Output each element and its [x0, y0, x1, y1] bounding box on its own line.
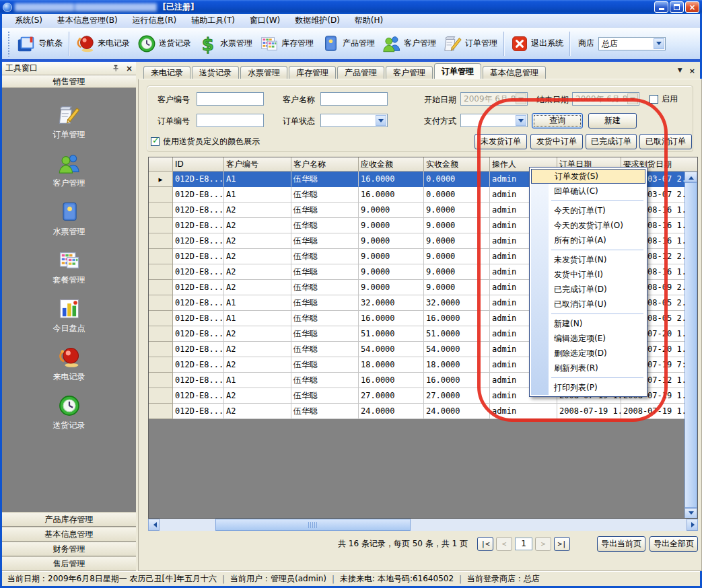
row-selector-cell[interactable] — [149, 342, 173, 357]
sidebar-item-today-inventory[interactable]: 今日盘点 — [2, 291, 136, 340]
customer-name-input[interactable] — [320, 92, 388, 106]
sidebar-section-after-sales[interactable]: 售后管理 — [2, 556, 136, 571]
sidebar-item-delivery-records[interactable]: 送货记录 — [2, 388, 136, 437]
scroll-up-icon[interactable] — [685, 172, 697, 182]
row-selector-cell[interactable] — [149, 264, 173, 280]
toolbar-exit-button[interactable]: 退出系统 — [507, 32, 567, 55]
menu-help[interactable]: 帮助(H) — [347, 13, 390, 28]
col-header-selector[interactable] — [149, 157, 173, 172]
shop-select[interactable]: 总店 — [598, 37, 666, 50]
tab-water-ticket[interactable]: 水票管理 — [240, 66, 287, 79]
tab-customer[interactable]: 客户管理 — [386, 66, 433, 79]
order-no-input[interactable] — [197, 114, 264, 127]
col-header-receivable[interactable]: 应收金额 — [359, 157, 424, 172]
context-menu-item[interactable]: 刷新列表(R) — [531, 361, 645, 375]
query-button[interactable]: 查询 — [532, 113, 583, 128]
enable-checkbox[interactable] — [650, 95, 658, 104]
col-header-id[interactable]: ID — [173, 157, 224, 172]
sidebar-item-water-ticket-mgmt[interactable]: 水票管理 — [2, 194, 136, 243]
tab-basic-info[interactable]: 基本信息管理 — [483, 66, 546, 79]
toolbar-delivery-records-button[interactable]: 送货记录 — [133, 32, 195, 56]
toolbar-gripper[interactable] — [7, 31, 10, 57]
row-selector-cell[interactable] — [149, 326, 173, 342]
chevron-down-icon[interactable] — [654, 38, 664, 49]
chevron-down-icon[interactable] — [516, 115, 526, 126]
order-status-select[interactable] — [320, 114, 388, 127]
col-header-received[interactable]: 实收金额 — [424, 157, 490, 172]
row-selector-cell[interactable] — [149, 203, 173, 218]
toolbar-water-ticket-button[interactable]: 水票管理 — [195, 32, 256, 56]
completed-orders-button[interactable]: 已完成订单 — [586, 134, 637, 149]
prev-page-button[interactable]: < — [496, 537, 512, 551]
row-selector-cell[interactable] — [149, 218, 173, 233]
menu-window[interactable]: 窗口(W) — [242, 13, 287, 28]
context-menu-item[interactable]: 已完成订单(D) — [531, 282, 645, 297]
menu-run-info[interactable]: 运行信息(R) — [125, 13, 184, 28]
sidebar-section-basic-info[interactable]: 基本信息管理 — [2, 527, 136, 542]
last-page-button[interactable]: >| — [554, 537, 570, 551]
scroll-down-icon[interactable] — [685, 508, 697, 519]
sidebar-section-product-inventory[interactable]: 产品库存管理 — [2, 512, 136, 527]
table-vertical-scrollbar[interactable] — [685, 172, 697, 519]
col-header-customer-name[interactable]: 客户名称 — [291, 157, 359, 172]
toolbar-order-button[interactable]: 订单管理 — [440, 32, 501, 56]
toolbar-navigator-button[interactable]: 导航条 — [13, 32, 66, 56]
context-menu-item[interactable]: 所有的订单(A) — [531, 233, 645, 248]
scroll-left-icon[interactable] — [148, 519, 160, 531]
export-all-pages-button[interactable]: 导出全部页 — [650, 536, 698, 552]
export-current-page-button[interactable]: 导出当前页 — [597, 536, 645, 552]
toolbar-customer-button[interactable]: 客户管理 — [378, 32, 440, 56]
tab-list-caret-icon[interactable]: ▼ — [678, 67, 682, 75]
tab-delivery-records[interactable]: 送货记录 — [192, 66, 239, 79]
sidebar-item-call-records[interactable]: 来电记录 — [2, 340, 136, 388]
menu-system[interactable]: 系统(S) — [7, 13, 50, 28]
context-menu-item[interactable]: 今天的发货订单(O) — [531, 218, 645, 233]
row-selector-cell[interactable] — [149, 249, 173, 264]
row-selector-cell[interactable] — [149, 311, 173, 326]
menu-data-maintenance[interactable]: 数据维护(D) — [287, 13, 347, 28]
page-number-input[interactable] — [515, 538, 532, 550]
tab-close-icon[interactable]: × — [689, 67, 695, 75]
row-selector-cell[interactable] — [149, 187, 173, 203]
context-menu-item[interactable]: 打印列表(P) — [531, 380, 645, 395]
customer-no-input[interactable] — [197, 92, 264, 106]
tab-inventory[interactable]: 库存管理 — [289, 66, 336, 79]
context-menu-item[interactable]: 回单确认(C) — [531, 184, 645, 198]
shipping-orders-button[interactable]: 发货中订单 — [530, 134, 583, 149]
tab-call-records[interactable]: 来电记录 — [143, 66, 190, 79]
end-date-picker[interactable]: 2009年 6月 8日 — [572, 92, 639, 106]
unshipped-orders-button[interactable]: 未发货订单 — [475, 134, 527, 149]
col-header-customer-no[interactable]: 客户编号 — [224, 157, 291, 172]
pin-icon[interactable] — [111, 64, 120, 73]
toolbar-call-records-button[interactable]: 来电记录 — [72, 32, 133, 56]
table-horizontal-scrollbar[interactable] — [148, 519, 698, 531]
context-menu-item[interactable]: 未发货订单(N) — [531, 252, 645, 267]
color-display-checkbox[interactable]: ✓ — [151, 137, 160, 146]
row-selector-cell[interactable] — [149, 357, 173, 373]
context-menu-item[interactable]: 订单发货(S) — [531, 169, 645, 184]
payment-select[interactable] — [460, 114, 528, 127]
row-selector-cell[interactable]: ▶ — [149, 172, 173, 187]
row-selector-cell[interactable] — [149, 295, 173, 311]
context-menu-item[interactable]: 今天的订单(T) — [531, 203, 645, 218]
menu-aux-tools[interactable]: 辅助工具(T) — [184, 13, 242, 28]
context-menu-item[interactable]: 已取消订单(U) — [531, 297, 645, 311]
toolbar-product-button[interactable]: 产品管理 — [317, 32, 378, 56]
first-page-button[interactable]: |< — [477, 537, 493, 551]
vertical-scroll-thumb[interactable] — [685, 182, 697, 508]
tab-product[interactable]: 产品管理 — [337, 66, 384, 79]
row-selector-cell[interactable] — [149, 404, 173, 419]
row-selector-cell[interactable] — [149, 233, 173, 249]
table-row[interactable]: 012D-E8... A2 伍华聪 24.0000 24.0000 admin … — [149, 404, 686, 419]
new-button[interactable]: 新建 — [588, 113, 637, 128]
tab-order-mgmt[interactable]: 订单管理 — [434, 63, 481, 79]
context-menu-item[interactable]: 删除选定项(D) — [531, 346, 645, 361]
minimize-button[interactable] — [654, 1, 668, 13]
sidebar-item-package-mgmt[interactable]: 套餐管理 — [2, 243, 136, 291]
sidebar-close-icon[interactable]: × — [126, 64, 133, 73]
sidebar-section-finance[interactable]: 财务管理 — [2, 542, 136, 556]
start-date-picker[interactable]: 2009年 6月 8日 — [460, 92, 528, 106]
maximize-button[interactable] — [670, 1, 684, 13]
next-page-button[interactable]: > — [535, 537, 551, 551]
sidebar-item-order-mgmt[interactable]: 订单管理 — [2, 98, 136, 146]
